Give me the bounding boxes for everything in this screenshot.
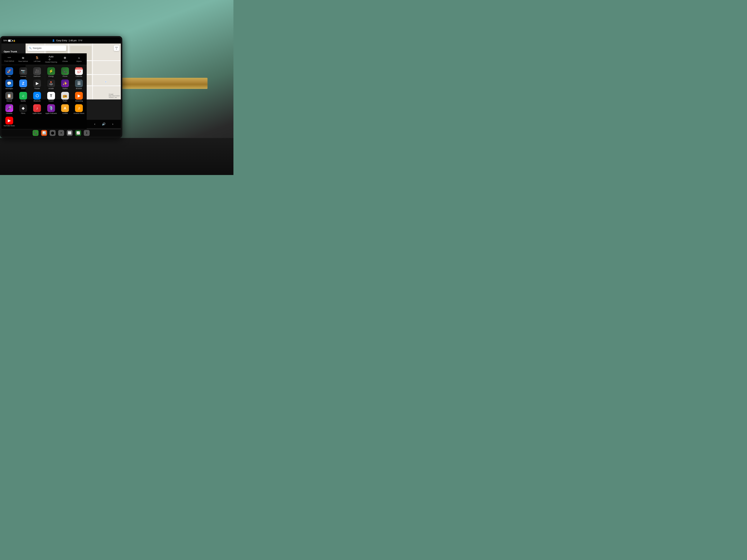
app-phone[interactable]: 📞Phone <box>58 66 72 79</box>
app-messages[interactable]: 💬Messages <box>2 78 16 91</box>
taskbar-square-btn[interactable]: ⬜ <box>67 130 73 136</box>
rear-defrost-button[interactable]: ≋ Rear Defrost <box>16 55 30 63</box>
status-center: 👤 Easy Entry 1:48 pm 77°F <box>16 39 119 42</box>
map-road <box>92 44 93 100</box>
tidal-label: TIDAL <box>21 113 26 114</box>
theater-icon: ▶ <box>33 79 41 87</box>
navigate-search-bar[interactable]: 🔍 Navigate <box>27 45 66 51</box>
climate-label: Climate <box>62 60 68 62</box>
taskbar-energy-task[interactable]: 📈 <box>75 130 81 136</box>
location-marker <box>105 81 106 83</box>
amazonmusic-label: Amazon Music <box>74 113 84 114</box>
app-tunein[interactable]: TTuneIn <box>44 91 58 103</box>
app-dashcam[interactable]: 🎥Dashcam <box>30 66 44 79</box>
tunein-icon: T <box>47 92 55 100</box>
bluetooth-icon: ⬡ <box>33 92 41 100</box>
dashcam-label: Dashcam <box>33 76 41 77</box>
map-attribution: GoogleMap data ©2023Trenton, OH <box>109 93 120 98</box>
app-youtubemusic[interactable]: ▶YouTube Music <box>2 115 16 128</box>
heated-steering-icon: Auto⊙ <box>49 55 54 61</box>
volume-button[interactable]: 🔊 <box>100 122 107 127</box>
messages-label: Messages <box>5 88 13 90</box>
app-applepodcasts[interactable]: 🎙️Apple Podcasts <box>44 103 58 115</box>
rear-defrost-label: Rear Defrost <box>18 60 28 62</box>
app-drawer: 〰 Front Defrost ≋ Rear Defrost 🪑 Left Se… <box>1 53 87 129</box>
bluetooth-label: Bluetooth <box>33 100 41 102</box>
app-radio[interactable]: 📻Radio <box>58 91 72 103</box>
app-tidal[interactable]: ◈TIDAL <box>16 103 30 115</box>
nav-icon: 🚀 <box>5 67 13 75</box>
taskbar-info-btn[interactable]: ℹ <box>84 130 90 136</box>
phone-label: Phone <box>62 76 68 77</box>
messages-icon: 💬 <box>5 79 13 87</box>
nav-label: Nav <box>8 76 11 77</box>
front-defrost-button[interactable]: 〰 Front Defrost <box>2 55 16 63</box>
theater-label: Theater <box>34 88 40 90</box>
taskbar-phone-call[interactable]: 📞 <box>33 130 38 136</box>
next-track-button[interactable]: › <box>111 122 115 127</box>
amazonmusic-icon: ♬ <box>75 104 83 112</box>
radio-label: Radio <box>63 100 67 102</box>
front-defrost-icon: 〰 <box>7 56 11 60</box>
app-manual[interactable]: 📋Manual <box>2 91 16 103</box>
app-audible[interactable]: AAudible <box>58 103 72 115</box>
manual-icon: 📋 <box>5 92 13 100</box>
app-camera[interactable]: 📷Camera <box>16 66 30 79</box>
arcade-icon: 🕹️ <box>47 79 55 87</box>
browser-label: Browser <box>76 88 82 90</box>
camera-label: Camera <box>20 76 26 77</box>
car-dashboard <box>0 138 233 175</box>
app-toybox[interactable]: ✨Toybox <box>58 78 72 91</box>
prev-track-button[interactable]: ‹ <box>93 122 97 127</box>
left-seat-button[interactable]: 🪑 Left Seat <box>30 55 44 63</box>
left-seat-icon: 🪑 <box>35 56 39 60</box>
taskbar-camera-task[interactable]: ⬤ <box>50 130 56 136</box>
streaming-label: Streaming <box>75 100 83 102</box>
app-spotify[interactable]: ♫Spotify <box>16 91 30 103</box>
applemusic-icon: ♪ <box>33 104 41 112</box>
tesla-screen-bezel: 58% 🔒 👤 Easy Entry 1:48 pm 77°F <box>0 36 122 138</box>
app-applemusic[interactable]: ♪Apple Music <box>30 103 44 115</box>
tunein-label: TuneIn <box>49 100 54 102</box>
map-compass[interactable]: S E▲ <box>114 45 119 51</box>
lock-icon: 🔒 <box>13 39 16 42</box>
heated-steering-label: Heated Steering <box>45 61 57 63</box>
audible-icon: A <box>61 104 69 112</box>
taskbar-media-player[interactable]: 📊 <box>41 130 47 136</box>
compass-label: S E▲ <box>115 47 118 49</box>
rear-defrost-icon: ≋ <box>22 56 24 60</box>
app-caraoke[interactable]: 🎤Caraoke <box>2 103 16 115</box>
phone-icon: 📞 <box>61 67 69 75</box>
battery-icon <box>8 39 12 42</box>
media-controls: ‹ 🔊 › <box>87 120 121 128</box>
app-streaming[interactable]: ▶Streaming <box>72 91 86 103</box>
app-bluetooth[interactable]: ⬡Bluetooth <box>30 91 44 103</box>
camera-icon: 📷 <box>19 67 27 75</box>
youtubemusic-label: YouTube Music <box>3 125 15 127</box>
status-temp: 77°F <box>78 39 82 42</box>
climate-button[interactable]: ❄ Climate <box>58 55 72 63</box>
status-easy-entry: Easy Entry <box>56 39 67 42</box>
app-amazonmusic[interactable]: ♬Amazon Music <box>72 103 86 115</box>
search-icon: 🔍 <box>29 47 32 49</box>
youtubemusic-icon: ▶ <box>5 117 13 125</box>
app-arcade[interactable]: 🕹️Arcade <box>44 78 58 91</box>
spotify-icon: ♫ <box>19 92 27 100</box>
dashcam-icon: 🎥 <box>33 67 41 75</box>
app-nav[interactable]: 🚀Nav <box>2 66 16 79</box>
toybox-label: Toybox <box>62 88 68 90</box>
browser-icon: ☰ <box>75 79 83 87</box>
arcade-label: Arcade <box>48 88 54 90</box>
caraoke-icon: 🎤 <box>5 104 13 112</box>
screen-inner: 58% 🔒 👤 Easy Entry 1:48 pm 77°F <box>1 37 121 136</box>
app-browser[interactable]: ☰Browser <box>72 78 86 91</box>
app-theater[interactable]: ▶Theater <box>30 78 44 91</box>
app-calendar[interactable]: Calendar17Calendar <box>72 66 86 79</box>
app-zoom[interactable]: ZZoom <box>16 78 30 91</box>
wipers-button[interactable]: ⌁ Wipers <box>72 55 86 63</box>
taskbar: 📞📊⬤✕⬜📈ℹ <box>1 129 121 136</box>
heated-steering-button[interactable]: Auto⊙ Heated Steering <box>44 54 58 64</box>
taskbar-close-btn[interactable]: ✕ <box>58 130 64 136</box>
app-energy[interactable]: ⚡Energy <box>44 66 58 79</box>
climate-controls-row: 〰 Front Defrost ≋ Rear Defrost 🪑 Left Se… <box>1 53 87 65</box>
